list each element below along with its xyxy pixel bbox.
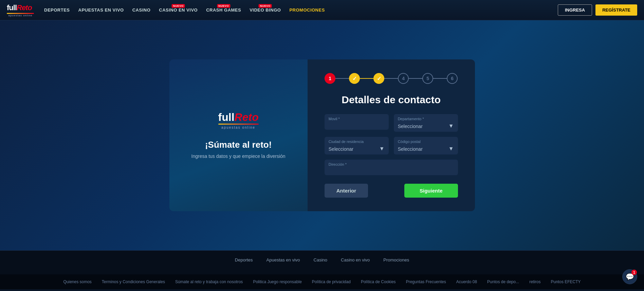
- direccion-input[interactable]: [325, 160, 458, 175]
- footer-link-casino-en-vivo[interactable]: Casino en vivo: [341, 257, 370, 262]
- nav-deportes[interactable]: DEPORTES: [44, 7, 70, 13]
- footer-retiros[interactable]: retiros: [529, 279, 540, 284]
- badge-nuevo-video-bingo: NUEVO: [259, 4, 272, 8]
- ciudad-value: Seleccionar: [329, 146, 353, 152]
- footer-nav: Deportes Apuestas en vivo Casino Casino …: [0, 250, 644, 274]
- footer-link-deportes[interactable]: Deportes: [235, 257, 253, 262]
- nav-links: DEPORTES APUESTAS EN VIVO CASINO NUEVO C…: [44, 7, 558, 13]
- left-panel-subtitle: Ingresa tus datos y que empiece la diver…: [191, 153, 286, 159]
- codigo-postal-value: Seleccionar: [398, 146, 423, 152]
- codigo-postal-arrow-icon: ▼: [448, 146, 454, 152]
- left-panel: fullReto apuestas online ¡Súmate al reto…: [169, 59, 308, 211]
- footer-politica-privacidad[interactable]: Política de privacidad: [312, 279, 351, 284]
- chat-unread-badge: 1: [631, 270, 637, 275]
- footer-sumate-trabajar[interactable]: Súmate al reto y trabaja con nosotros: [175, 279, 243, 284]
- footer-quienes-somos[interactable]: Quienes somos: [63, 279, 91, 284]
- registration-stepper: 1 ✓ ✓ 4 5 6: [325, 73, 458, 84]
- step-3: ✓: [373, 73, 384, 84]
- footer-link-apuestas-en-vivo[interactable]: Apuestas en vivo: [266, 257, 300, 262]
- step-2: ✓: [349, 73, 360, 84]
- ciudad-field-container[interactable]: Ciudad de residencia Seleccionar ▼: [325, 137, 389, 154]
- step-6: 6: [447, 73, 458, 84]
- form-row-2: Ciudad de residencia Seleccionar ▼ Códig…: [325, 137, 458, 154]
- navbar: fullReto apuestas online DEPORTES APUEST…: [0, 0, 644, 20]
- codigo-postal-field-container[interactable]: Código postal Seleccionar ▼: [394, 137, 458, 154]
- nav-casino-en-vivo[interactable]: NUEVO CASINO EN VIVO: [159, 7, 198, 13]
- footer-bottom-links: Quienes somos Terminos y Condiciones Gen…: [7, 279, 637, 284]
- registrate-button[interactable]: REGÍSTRATE: [595, 4, 637, 16]
- right-panel: 1 ✓ ✓ 4 5 6 Detalles de contacto Movil *: [308, 59, 475, 211]
- left-logo-full: full: [218, 111, 235, 123]
- main-content: fullReto apuestas online ¡Súmate al reto…: [0, 20, 644, 250]
- nav-promociones[interactable]: PROMOCIONES: [289, 7, 325, 13]
- logo-reto: Reto: [17, 3, 32, 12]
- footer-politica-juego[interactable]: Politica Juego responsable: [253, 279, 301, 284]
- ingresa-button[interactable]: INGRESA: [558, 4, 592, 16]
- departamento-select[interactable]: Seleccionar ▼: [394, 114, 458, 132]
- form-row-3: Dirección *: [325, 160, 458, 175]
- footer-terminos[interactable]: Terminos y Condiciones Generales: [102, 279, 165, 284]
- nav-apuestas-en-vivo[interactable]: APUESTAS EN VIVO: [78, 7, 124, 13]
- footer-link-casino[interactable]: Casino: [314, 257, 327, 262]
- anterior-button[interactable]: Anterior: [325, 184, 368, 198]
- footer-politica-cookies[interactable]: Política de Cookies: [361, 279, 396, 284]
- step-connector-4-5: [409, 78, 422, 79]
- nav-actions: INGRESA REGÍSTRATE: [558, 4, 637, 16]
- left-panel-title: ¡Súmate al reto!: [205, 140, 272, 150]
- siguiente-button[interactable]: Siguiente: [404, 184, 458, 198]
- movil-field-container: Movil *: [325, 114, 389, 132]
- form-actions: Anterior Siguiente: [325, 184, 458, 198]
- left-logo-subtitle: apuestas online: [218, 126, 259, 129]
- step-connector-3-4: [384, 78, 398, 79]
- step-connector-1-2: [335, 78, 349, 79]
- footer-puntos-depo[interactable]: Puntos de depo...: [487, 279, 519, 284]
- departamento-field-container[interactable]: Departamento * Seleccionar ▼: [394, 114, 458, 132]
- nav-crash-games[interactable]: NUEVO CRASH GAMES: [206, 7, 241, 13]
- nav-video-bingo[interactable]: NUEVO VIDEO BINGO: [250, 7, 281, 13]
- footer-nav-links: Deportes Apuestas en vivo Casino Casino …: [7, 257, 637, 262]
- ciudad-arrow-icon: ▼: [379, 146, 385, 152]
- footer-puntos-efecty[interactable]: Puntos EFECTY: [551, 279, 581, 284]
- footer-bottom: Quienes somos Terminos y Condiciones Gen…: [0, 274, 644, 289]
- left-logo-reto: Reto: [235, 111, 259, 123]
- footer-acuerdo-08[interactable]: Acuerdo 08: [456, 279, 477, 284]
- step-4: 4: [398, 73, 409, 84]
- departamento-arrow-icon: ▼: [448, 123, 454, 129]
- nav-casino[interactable]: CASINO: [132, 7, 151, 13]
- form-row-1: Movil * Departamento * Seleccionar ▼: [325, 114, 458, 132]
- step-5: 5: [422, 73, 433, 84]
- step-connector-5-6: [433, 78, 447, 79]
- step-connector-2-3: [360, 78, 373, 79]
- direccion-field-container: Dirección *: [325, 160, 458, 175]
- footer-preguntas-frecuentes[interactable]: Preguntas Frecuentes: [406, 279, 446, 284]
- registration-container: fullReto apuestas online ¡Súmate al reto…: [169, 59, 475, 211]
- badge-nuevo-casino-en-vivo: NUEVO: [172, 4, 185, 8]
- footer-link-promociones[interactable]: Promociones: [383, 257, 409, 262]
- departamento-value: Seleccionar: [398, 124, 423, 129]
- movil-input[interactable]: [325, 114, 389, 130]
- ciudad-select[interactable]: Seleccionar ▼: [325, 137, 389, 154]
- site-logo[interactable]: fullReto apuestas online: [7, 3, 34, 17]
- step-1: 1: [325, 73, 335, 84]
- logo-subtitle: apuestas online: [7, 14, 34, 17]
- form-title: Detalles de contacto: [325, 94, 458, 106]
- logo-full: full: [7, 3, 17, 12]
- chat-widget[interactable]: 💬 1: [622, 269, 637, 284]
- badge-nuevo-crash-games: NUEVO: [217, 4, 230, 8]
- codigo-postal-select[interactable]: Seleccionar ▼: [394, 137, 458, 154]
- left-logo: fullReto apuestas online: [218, 112, 259, 129]
